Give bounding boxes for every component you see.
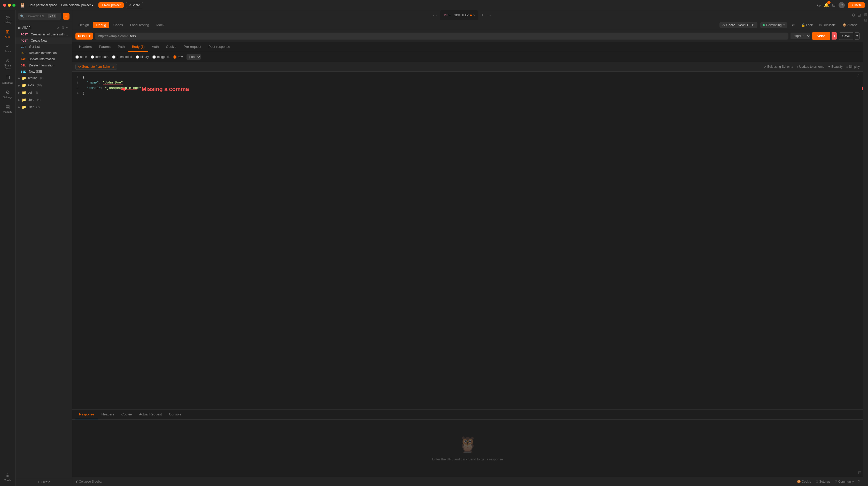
req-tab-params[interactable]: Params — [95, 42, 114, 52]
tab-more-button[interactable]: ··· — [487, 13, 492, 18]
simplify-button[interactable]: ≡ Simplify — [846, 65, 860, 68]
nav-back-icon[interactable]: ‹ — [433, 13, 435, 17]
sidebar-item-manage[interactable]: ▤ Manage — [1, 102, 14, 115]
save-button[interactable]: Save — [839, 32, 853, 40]
sync-button[interactable]: ⇄ — [790, 22, 797, 28]
api-item-get-list[interactable]: GET Get List — [16, 44, 72, 50]
req-tab-post-response[interactable]: Post-response — [205, 42, 234, 52]
folder-user[interactable]: ▶ 📁 user (7) — [16, 104, 72, 110]
http-version-select[interactable]: http/1.1 http/2 — [790, 33, 810, 39]
sidebar-item-settings[interactable]: ⚙ Settings — [1, 87, 14, 101]
req-tab-cookie[interactable]: Cookie — [162, 42, 180, 52]
sidebar-item-history[interactable]: ◷ History — [1, 12, 14, 26]
tab-mock[interactable]: Mock — [153, 22, 167, 28]
api-item-pat[interactable]: PAT Update Information — [16, 56, 72, 62]
code-editor[interactable]: 1 { 2 "name": "John Doe" 3 "email": "joh… — [72, 72, 863, 409]
format-select[interactable]: json text xml — [187, 54, 201, 60]
send-options-button[interactable]: ▾ — [832, 32, 837, 39]
resp-tab-console[interactable]: Console — [165, 410, 185, 419]
sort-icon[interactable]: ⇅ — [61, 26, 64, 30]
help-icon[interactable]: ? — [858, 480, 860, 483]
table-view-button[interactable]: ⊟ — [858, 470, 861, 475]
tab-close-icon[interactable]: × — [473, 13, 475, 17]
nav-forward-icon[interactable]: › — [436, 13, 437, 17]
tab-debug[interactable]: Debug — [93, 22, 109, 28]
filter-icon[interactable]: ⊘ — [57, 26, 60, 30]
sidebar-item-apis[interactable]: ⊞ APIs — [1, 27, 14, 40]
req-tab-auth[interactable]: Auth — [148, 42, 162, 52]
edit-schema-button[interactable]: ↗ Edit using Schema — [764, 65, 793, 68]
archive-button[interactable]: 📦 Archive — [840, 22, 860, 28]
resp-tab-actual-request[interactable]: Actual Request — [135, 410, 165, 419]
env-selector[interactable]: Developing ▾ — [760, 22, 787, 28]
create-button[interactable]: + Create — [16, 478, 72, 486]
option-none[interactable]: none — [75, 55, 87, 59]
option-raw[interactable]: raw — [173, 55, 183, 59]
send-button[interactable]: Send — [812, 32, 830, 40]
collapse-sidebar-button[interactable]: ❮ Collapse Sidebar — [75, 480, 102, 483]
resp-tab-cookie[interactable]: Cookie — [118, 410, 135, 419]
api-item-sse[interactable]: SSE New SSE — [16, 68, 72, 75]
new-project-button[interactable]: + New project — [98, 2, 124, 8]
sidebar-collapse-icon[interactable]: ⊟ — [864, 12, 867, 17]
search-box[interactable]: 🔍 ● All — [18, 13, 61, 20]
settings-button[interactable]: ⚙ Settings — [815, 480, 831, 483]
tab-load-testing[interactable]: Load Testing — [127, 22, 152, 28]
settings-icon[interactable]: ⚙ — [852, 13, 855, 18]
folder-testing[interactable]: ▶ 📁 Testing (2) — [16, 75, 72, 81]
folder-pet[interactable]: ▶ 📁 pet (9) — [16, 89, 72, 96]
resp-tab-response[interactable]: Response — [75, 410, 98, 419]
invite-button[interactable]: ✦ Invite — [848, 2, 865, 8]
generate-schema-button[interactable]: ⟳ Generate from Schema — [75, 64, 117, 70]
layout-grid-icon[interactable]: ⊟ — [858, 13, 861, 18]
lock-button[interactable]: 🔒 Lock — [799, 22, 815, 28]
update-schema-button[interactable]: ↑ Update to schema — [797, 65, 824, 68]
req-tab-pre-request[interactable]: Pre-request — [180, 42, 205, 52]
close-button[interactable] — [3, 4, 6, 7]
tab-post-new-http[interactable]: POST New HTTP × — [440, 10, 478, 20]
clock-icon[interactable]: ◷ — [817, 3, 821, 7]
duplicate-button[interactable]: ⧉ Duplicate — [817, 22, 838, 28]
api-item-creates-list[interactable]: POST Creates list of users with ... — [16, 31, 72, 37]
add-api-button[interactable]: + — [63, 13, 69, 20]
fullscreen-button[interactable] — [12, 4, 16, 7]
tab-cases[interactable]: Cases — [110, 22, 126, 28]
save-options-button[interactable]: ▾ — [855, 32, 860, 39]
minimize-button[interactable] — [8, 4, 11, 7]
folder-store[interactable]: ▶ 📁 store (4) — [16, 96, 72, 103]
more-icon[interactable]: ⋯ — [66, 26, 69, 30]
tab-design[interactable]: Design — [75, 22, 92, 28]
notification-bell[interactable]: 🔔3 — [824, 3, 829, 7]
filter-badge[interactable]: ● All — [48, 14, 56, 18]
community-button[interactable]: ♡ Community — [834, 480, 854, 483]
method-selector[interactable]: POST ▾ — [75, 33, 93, 39]
share-toolbar-button[interactable]: ⎋ Share New HTTP — [719, 22, 757, 28]
option-urlencoded[interactable]: urlencoded — [112, 55, 132, 59]
url-input[interactable]: http://example.com /users — [95, 33, 788, 39]
cookie-button[interactable]: 🍪 Cookie — [797, 480, 811, 483]
layout-icon[interactable]: ⊟ — [832, 3, 835, 7]
beautify-button[interactable]: ✦ Beautify — [828, 65, 843, 68]
search-input[interactable] — [26, 15, 46, 18]
req-tab-path[interactable]: Path — [114, 42, 128, 52]
share-title-button[interactable]: ⎋ Share — [126, 2, 144, 8]
option-msgpack[interactable]: msgpack — [152, 55, 169, 59]
sidebar-item-share-docs[interactable]: ⎋ Share Docs — [1, 56, 14, 72]
expand-button[interactable]: ⤢ — [857, 73, 860, 78]
avatar[interactable]: C — [839, 2, 845, 8]
folder-apis[interactable]: ▶ 📁 APIs (10) — [16, 82, 72, 89]
sidebar-item-schemas[interactable]: ❒ Schemas — [1, 73, 14, 86]
panel-icon[interactable]: ⊟ — [864, 18, 867, 22]
option-binary[interactable]: binary — [135, 55, 149, 59]
project-name[interactable]: Cora personal project ▾ — [61, 3, 93, 7]
req-tab-body[interactable]: Body (1) — [128, 42, 148, 52]
req-tab-headers[interactable]: Headers — [75, 42, 95, 52]
api-item-del[interactable]: DEL Delete Information — [16, 62, 72, 68]
resp-tab-headers[interactable]: Headers — [98, 410, 118, 419]
sidebar-item-trash[interactable]: 🗑 Trash — [1, 471, 14, 484]
option-form-data[interactable]: form-data — [91, 55, 108, 59]
sidebar-item-tests[interactable]: ✓ Tests — [1, 41, 14, 55]
tab-add-button[interactable]: + — [479, 12, 486, 18]
api-item-put[interactable]: PUT Replace Information — [16, 50, 72, 56]
api-item-create-new[interactable]: POST Create New — [16, 37, 72, 44]
